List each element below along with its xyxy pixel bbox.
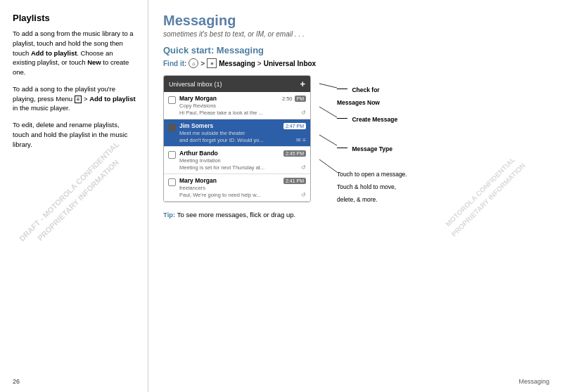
msg-time-2: 2:47 PM xyxy=(283,123,306,129)
left-para-1: To add a song from the music library to … xyxy=(13,29,136,77)
callout-text-create: Create Message xyxy=(352,116,397,123)
tip-label: Tip: xyxy=(163,211,175,218)
msg-subtitle-4: freelancers xyxy=(179,185,306,191)
tip-line: Tip: To see more messages, flick or drag… xyxy=(163,211,549,218)
callout-text-type: Message Type xyxy=(352,145,392,152)
callout-text-touch: Touch to open a message.Touch & hold to … xyxy=(337,171,407,203)
callout-check: Check forMessages Now xyxy=(337,82,380,107)
msg-icon-3: ↺ xyxy=(301,164,306,171)
callout-container: Check forMessages Now Create Message Mes… xyxy=(319,75,549,198)
msg-meta-2: 2:47 PM xyxy=(283,123,306,129)
right-subtitle: sometimes it's best to text, or IM, or e… xyxy=(163,30,549,38)
msg-icon-4: ↺ xyxy=(301,192,306,198)
message-row-3[interactable]: Arthur Bando 2:45 PM Meeting Invitation … xyxy=(164,147,310,174)
find-it-arrow: > xyxy=(200,60,205,67)
msg-content-2: Jim Somers 2:47 PM Meet me outside the t… xyxy=(179,122,306,143)
svg-line-1 xyxy=(319,107,337,117)
msg-meta-1: 2:50 PM xyxy=(282,96,306,102)
msg-sender-2: Jim Somers xyxy=(179,122,213,129)
menu-icon: ≡ xyxy=(207,58,217,68)
page-number: 26 xyxy=(13,378,20,385)
phone-header: Universal Inbox (1) + xyxy=(164,76,310,92)
left-column: Playlists To add a song from the music l… xyxy=(0,0,148,392)
left-para-2: To add a song to the playlist you're pla… xyxy=(13,84,136,113)
svg-line-0 xyxy=(319,84,337,88)
msg-subtitle-3: Meeting Invitation xyxy=(179,157,306,164)
phone-screen: Universal Inbox (1) + Mary Morgan 2:50 P… xyxy=(163,75,311,202)
left-title: Playlists xyxy=(13,13,136,23)
page-footer: 26 Messaging xyxy=(0,378,562,385)
message-row-1[interactable]: Mary Morgan 2:50 PM Copy Revisions Hi Pa… xyxy=(164,92,310,119)
msg-subtitle-1: Copy Revisions xyxy=(179,103,306,109)
msg-icon-2b: ≡ xyxy=(302,137,306,143)
tip-text: To see more messages, flick or drag up. xyxy=(177,211,295,218)
msg-preview-4: Paul, We're going to need help w... xyxy=(179,192,261,198)
msg-icon-1: ↺ xyxy=(301,110,306,116)
callout-touch: Touch to open a message.Touch & hold to … xyxy=(337,166,407,204)
message-row-4[interactable]: Mary Morgan 2:41 PM freelancers Paul, We… xyxy=(164,174,310,202)
msg-time-4: 2:41 PM xyxy=(283,178,306,184)
msg-checkbox-1[interactable] xyxy=(168,96,176,104)
callout-type: Message Type xyxy=(337,141,392,154)
msg-preview-3: Meeting is set for next Thursday at... xyxy=(179,164,264,171)
msg-checkbox-2[interactable] xyxy=(168,124,176,131)
msg-content-4: Mary Morgan 2:41 PM freelancers Paul, We… xyxy=(179,177,306,198)
msg-time-1: 2:50 xyxy=(282,96,293,102)
svg-line-3 xyxy=(319,159,337,172)
svg-line-2 xyxy=(319,135,337,145)
msg-content-1: Mary Morgan 2:50 PM Copy Revisions Hi Pa… xyxy=(179,95,306,116)
section-title: Quick start: Messaging xyxy=(163,45,549,55)
msg-subtitle-2: Meet me outside the theater xyxy=(179,130,306,136)
page-container: Playlists To add a song from the music l… xyxy=(0,0,562,392)
msg-checkbox-4[interactable] xyxy=(168,178,176,186)
msg-top-4: Mary Morgan 2:41 PM xyxy=(179,177,306,184)
msg-sender-4: Mary Morgan xyxy=(179,177,217,184)
msg-top-2: Jim Somers 2:47 PM xyxy=(179,122,306,129)
find-it-inbox: Universal Inbox xyxy=(264,60,316,67)
msg-preview-1: Hi Paul, Please take a look at the ... xyxy=(179,110,263,116)
msg-checkbox-3[interactable] xyxy=(168,151,176,159)
msg-sender-3: Arthur Bando xyxy=(179,150,218,157)
msg-pm-1: PM xyxy=(295,96,307,102)
home-icon: ⌂ xyxy=(189,58,198,68)
left-para-3: To edit, delete and rename playlists, to… xyxy=(13,120,136,149)
right-title: Messaging xyxy=(163,13,549,29)
callout-create: Create Message xyxy=(337,112,397,124)
msg-top-1: Mary Morgan 2:50 PM xyxy=(179,95,306,102)
right-column: Messaging sometimes it's best to text, o… xyxy=(148,0,562,392)
find-it-label: Find it: xyxy=(163,60,186,67)
inbox-title: Universal Inbox (1) xyxy=(169,81,222,88)
msg-content-3: Arthur Bando 2:45 PM Meeting Invitation … xyxy=(179,150,306,171)
msg-icon-2a: ✉ xyxy=(296,137,301,143)
msg-meta-4: 2:41 PM xyxy=(283,178,306,184)
find-it-arrow2: > xyxy=(257,60,262,67)
find-it-line: Find it: ⌂ > ≡ Messaging > Universal Inb… xyxy=(163,58,549,68)
find-it-messaging: Messaging xyxy=(219,60,255,67)
footer-section: Messaging xyxy=(518,378,549,385)
msg-sender-1: Mary Morgan xyxy=(179,95,217,102)
phone-area: Universal Inbox (1) + Mary Morgan 2:50 P… xyxy=(163,75,549,202)
msg-meta-3: 2:45 PM xyxy=(283,150,306,157)
msg-top-3: Arthur Bando 2:45 PM xyxy=(179,150,306,157)
plus-icon[interactable]: + xyxy=(300,79,305,89)
msg-time-3: 2:45 PM xyxy=(283,150,306,157)
left-watermark: DRAFT - MOTOROLA CONFIDENTIALPROPRIETARY… xyxy=(11,133,137,259)
msg-preview-2: and don't forget your ID. Would yo... xyxy=(179,137,264,143)
message-row-2[interactable]: Jim Somers 2:47 PM Meet me outside the t… xyxy=(164,119,310,147)
